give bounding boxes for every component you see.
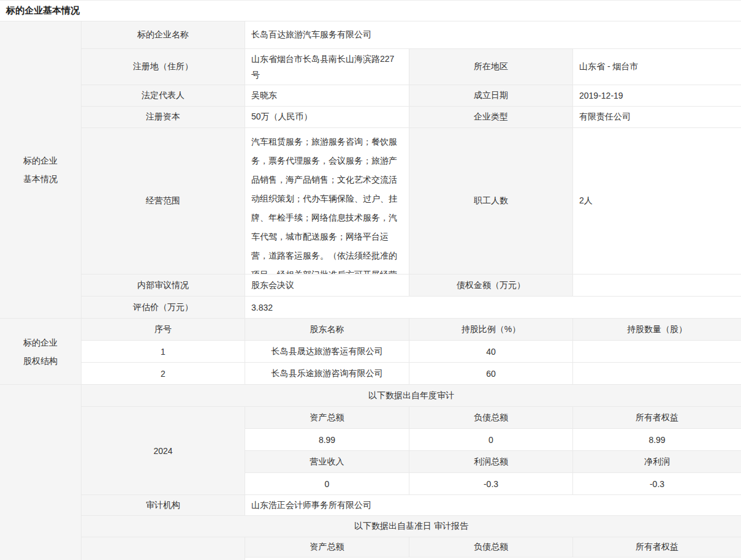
fiscal-year-label: 2024 (82, 407, 245, 495)
group-label-line2: 股权结构 (23, 352, 58, 370)
audit-agency-label: 审计机构 (82, 495, 245, 516)
appraisal-price-value: 3.832 (245, 297, 741, 319)
total-profit-value: -0.3 (409, 473, 573, 495)
owner-equity-value: 8.99 (573, 429, 741, 451)
owner-equity-header: 所有者权益 (573, 407, 741, 429)
equity-row-seq: 2 (82, 363, 245, 385)
company-info-table: 标的企业 基本情况 标的企业名称 长岛百达旅游汽车服务有限公司 注册地（住所） … (0, 21, 741, 560)
total-liabilities-value: 0 (409, 429, 573, 451)
target-company-info-page: 标的企业基本情况 标的企业 基本情况 标的企业名称 长岛百达旅游汽车服务有限公司… (0, 0, 741, 560)
group-label-financials-empty (0, 385, 82, 560)
legal-rep-label: 法定代表人 (82, 85, 245, 107)
business-scope-value: 汽车租赁服务；旅游服务咨询；餐饮服务，票务代理服务，会议服务；旅游产品销售，海产… (245, 128, 409, 274)
equity-row-ratio: 40 (409, 341, 573, 363)
establish-date-label: 成立日期 (409, 85, 573, 107)
appraisal-price-label: 评估价（万元） (82, 297, 245, 319)
total-assets-header: 资产总额 (245, 407, 409, 429)
equity-row-ratio: 60 (409, 363, 573, 385)
region-value: 山东省 - 烟台市 (573, 49, 741, 85)
group-label-line1: 标的企业 (23, 151, 58, 170)
section-header: 标的企业基本情况 (0, 1, 741, 21)
revenue-value: 0 (245, 473, 409, 495)
staff-count-label: 职工人数 (409, 128, 573, 274)
page-title: 标的企业基本情况 (6, 5, 80, 17)
equity-row-shares (573, 341, 741, 363)
staff-count-value: 2人 (573, 128, 741, 274)
revenue-header: 营业收入 (245, 451, 409, 473)
company-name-value: 长岛百达旅游汽车服务有限公司 (245, 21, 741, 49)
baseline-audit-banner: 以下数据出自基准日 审计报告 (82, 516, 741, 537)
net-profit-value: -0.3 (573, 473, 741, 495)
debt-amount-value (573, 274, 741, 297)
enterprise-type-value: 有限责任公司 (573, 107, 741, 128)
total-assets-value: 8.99 (245, 429, 409, 451)
baseline-values-row-cutoff (245, 558, 741, 560)
equity-row-shareholder: 长岛县乐途旅游咨询有限公司 (245, 363, 409, 385)
reg-address-label: 注册地（住所） (82, 49, 245, 85)
reg-capital-label: 注册资本 (82, 107, 245, 128)
equity-row-shareholder: 长岛县晟达旅游客运有限公司 (245, 341, 409, 363)
reg-capital-value: 50万（人民币） (245, 107, 409, 128)
owner-equity-header: 所有者权益 (573, 537, 741, 558)
group-label-equity-structure: 标的企业 股权结构 (0, 319, 82, 385)
establish-date-value: 2019-12-19 (573, 85, 741, 107)
total-profit-header: 利润总额 (409, 451, 573, 473)
business-scope-label: 经营范围 (82, 128, 245, 274)
debt-amount-label: 债权金额（万元） (409, 274, 573, 297)
reg-address-value: 山东省烟台市长岛县南长山海滨路227号 (245, 49, 409, 85)
audit-agency-value: 山东浩正会计师事务所有限公司 (245, 495, 741, 516)
total-liabilities-header: 负债总额 (409, 407, 573, 429)
annual-audit-banner: 以下数据出自年度审计 (82, 385, 741, 407)
group-label-line2: 基本情况 (23, 170, 58, 188)
baseline-year-label-empty (82, 537, 245, 560)
region-label: 所在地区 (409, 49, 573, 85)
legal-rep-value: 吴晓东 (245, 85, 409, 107)
company-name-label: 标的企业名称 (82, 21, 245, 49)
equity-header-shareholder: 股东名称 (245, 319, 409, 341)
net-profit-header: 净利润 (573, 451, 741, 473)
enterprise-type-label: 企业类型 (409, 107, 573, 128)
equity-row-seq: 1 (82, 341, 245, 363)
equity-header-seq: 序号 (82, 319, 245, 341)
equity-header-ratio: 持股比例（%） (409, 319, 573, 341)
group-label-line1: 标的企业 (23, 333, 58, 352)
equity-row-shares (573, 363, 741, 385)
equity-header-shares: 持股数量（股） (573, 319, 741, 341)
group-label-basic-info: 标的企业 基本情况 (0, 21, 82, 319)
total-liabilities-header: 负债总额 (409, 537, 573, 558)
internal-review-label: 内部审议情况 (82, 274, 245, 297)
internal-review-value: 股东会决议 (245, 274, 409, 297)
total-assets-header: 资产总额 (245, 537, 409, 558)
